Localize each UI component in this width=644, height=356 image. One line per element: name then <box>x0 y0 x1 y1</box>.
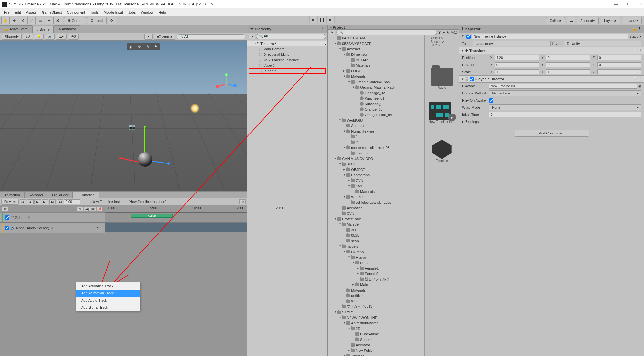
pause-button[interactable]: ❚❚ <box>318 16 326 23</box>
scl-x-input[interactable] <box>495 69 539 74</box>
project-item[interactable]: OrangeInside_04 <box>328 112 424 117</box>
menu-add-signal-track[interactable]: Add Signal Track <box>76 304 140 311</box>
project-item[interactable]: ▼Photograph <box>328 172 424 178</box>
bindings-row[interactable]: ▶ Bindings <box>459 118 644 125</box>
mix-mode-icon[interactable]: |⇄| <box>83 206 90 212</box>
hidden-toggle[interactable]: 👁0 <box>68 34 79 40</box>
project-item[interactable]: ▶Female1 <box>328 265 424 271</box>
gizmos-dropdown[interactable]: ■ Gizmos ▾ <box>154 34 175 40</box>
project-item[interactable]: ▼WORLD <box>328 194 424 200</box>
cloud-button[interactable]: ☁ <box>567 17 575 24</box>
move-icon[interactable]: ✥ <box>135 43 143 50</box>
project-item[interactable]: ▼Mars89 <box>328 222 424 227</box>
project-item[interactable]: ▼AnimationMaster <box>328 320 424 326</box>
rot-z-input[interactable] <box>597 62 641 67</box>
tl-range-button[interactable]: [▶] <box>57 199 63 204</box>
project-item[interactable]: ▼0522AVYSSGAZE <box>328 41 424 46</box>
playable-director-header[interactable]: ▼☰ Playable Director❔ ⋮ <box>459 75 644 83</box>
filter-icon[interactable]: ★ <box>446 30 449 35</box>
menu-gameobject[interactable]: GameObject <box>39 10 64 14</box>
project-item[interactable]: Cartalige_02 <box>328 90 424 95</box>
project-item[interactable]: CubeAnime <box>328 331 424 337</box>
project-item[interactable]: ▼Materials <box>328 74 424 79</box>
transform-tool[interactable]: ✦ <box>45 17 53 24</box>
hierarchy-search[interactable]: 🔍 All <box>256 34 326 39</box>
hierarchy-main-camera[interactable]: ⬚Main Camera <box>247 46 327 52</box>
project-item[interactable]: ▼HUMAN <box>328 249 424 254</box>
add-track-button[interactable]: +▾ <box>2 206 8 212</box>
collab-dropdown[interactable]: Collab ▾ <box>546 17 565 24</box>
project-item[interactable]: BUTAI2 <box>328 57 424 63</box>
project-item[interactable]: 1 <box>328 134 424 139</box>
track-audio[interactable]: 🔊 None (Audio Source) ◉ ⤳ ⋮ <box>0 223 105 233</box>
object-picker-icon[interactable]: ◉ <box>51 226 54 230</box>
project-item[interactable]: edificios-abandonados <box>328 200 424 205</box>
project-item[interactable]: ▼Stei <box>328 183 424 189</box>
project-item[interactable]: ▼Organic Material Pack <box>328 84 424 90</box>
menu-help[interactable]: Help <box>156 10 168 14</box>
project-item[interactable]: ▼Organic Material Pack <box>328 79 424 84</box>
directional-light-gizmo[interactable] <box>190 104 200 113</box>
hierarchy-scene[interactable]: ▼⬚ Timeline*⋮ <box>247 41 327 46</box>
camera-gizmo-icon[interactable]: 📷 <box>129 124 135 130</box>
timeline-ruler[interactable]: 0:00 5:00 10:00 15:00 20:00 <box>105 205 247 213</box>
project-item[interactable]: ▼models <box>328 243 424 249</box>
director-enabled-toggle[interactable] <box>470 77 474 81</box>
track-cube1[interactable]: ⬚ Cube 1 ◉ ⋮ <box>0 213 105 223</box>
tab-recorder[interactable]: Recorder <box>24 192 47 198</box>
filter-icon[interactable]: ⦿ <box>438 30 441 34</box>
space-toggle[interactable]: ⊡Local <box>87 17 107 24</box>
shading-dropdown[interactable]: Shaded ▾ <box>2 34 22 40</box>
menu-component[interactable]: Component <box>64 10 88 14</box>
tl-start-button[interactable]: |◀ <box>20 199 26 204</box>
activation-clip[interactable]: Active <box>131 214 173 218</box>
object-picker-icon[interactable]: ◉ <box>638 84 641 88</box>
project-item[interactable]: ▼Femal <box>328 260 424 265</box>
project-item[interactable]: Animator <box>328 342 424 348</box>
hierarchy-add-button[interactable]: +▾ <box>249 34 255 39</box>
project-item[interactable]: Materials <box>328 287 424 293</box>
project-add-button[interactable]: +▾ <box>329 30 335 35</box>
project-item[interactable]: Materials <box>328 189 424 194</box>
close-button[interactable]: ✕ <box>639 2 642 6</box>
scene-thumbnail[interactable]: Timeline <box>432 136 452 163</box>
maximize-button[interactable]: ☐ <box>627 2 630 6</box>
scl-z-input[interactable] <box>597 69 641 74</box>
filter-icon[interactable]: ✦ <box>442 30 445 35</box>
layers-dropdown[interactable]: Layers ▾ <box>601 17 620 24</box>
sphere-object[interactable] <box>138 152 152 167</box>
tab-scene[interactable]: # Scene <box>32 26 53 33</box>
scale-tool[interactable]: ⤢ <box>27 17 36 24</box>
tab-asset-store[interactable]: 🔒 Asset Store <box>0 25 32 33</box>
orientation-gizmo-icon[interactable] <box>215 73 237 95</box>
hand-tool[interactable]: ✋ <box>1 17 10 24</box>
project-item[interactable]: ▶Female2 <box>328 271 424 276</box>
track-curve-icon[interactable]: ⤳ <box>96 226 99 230</box>
preview-button[interactable]: Preview <box>1 199 19 205</box>
custom-tool[interactable]: ✖ <box>53 17 62 24</box>
snap-toggle[interactable]: ⟳ <box>108 17 116 24</box>
audio-toggle[interactable]: 🔊 <box>45 34 55 40</box>
transform-component-header[interactable]: ▼✥ Transform❔ ⋮ <box>459 47 644 54</box>
project-item[interactable]: ▶CVN <box>328 178 424 183</box>
project-item[interactable]: ▼ProtestRave <box>328 216 424 222</box>
project-item[interactable]: Materials <box>328 63 424 68</box>
menu-add-activation-track[interactable]: Add Activation Track <box>76 282 140 290</box>
project-item[interactable]: 2 <box>328 139 424 145</box>
flag-icon[interactable]: ⚑ <box>152 43 160 50</box>
menu-file[interactable]: File <box>1 10 12 14</box>
timeline-time-input[interactable] <box>64 199 80 204</box>
object-picker-icon[interactable]: ◉ <box>27 215 31 220</box>
minimize-button[interactable]: — <box>614 2 618 6</box>
scene-view[interactable]: ◉ ✥ ✎ ⚑ 📷 <box>0 41 247 191</box>
track-cube1-toggle[interactable] <box>5 215 9 220</box>
hierarchy-directional-light[interactable]: ⬚Directional Light <box>247 52 327 57</box>
pos-z-input[interactable] <box>597 55 641 60</box>
project-item[interactable]: ▼Abstract <box>328 46 424 52</box>
project-item[interactable]: ▼NEWVIEWONLINE <box>328 315 424 320</box>
timeline-content[interactable]: 0:00 5:00 10:00 15:00 20:00 Active <box>105 205 247 356</box>
menu-mobile-input[interactable]: Mobile Input <box>101 10 126 14</box>
static-dropdown[interactable]: ▾ <box>639 35 641 39</box>
project-item[interactable]: scan <box>328 238 424 243</box>
project-item[interactable]: ▼3DCG <box>328 161 424 167</box>
